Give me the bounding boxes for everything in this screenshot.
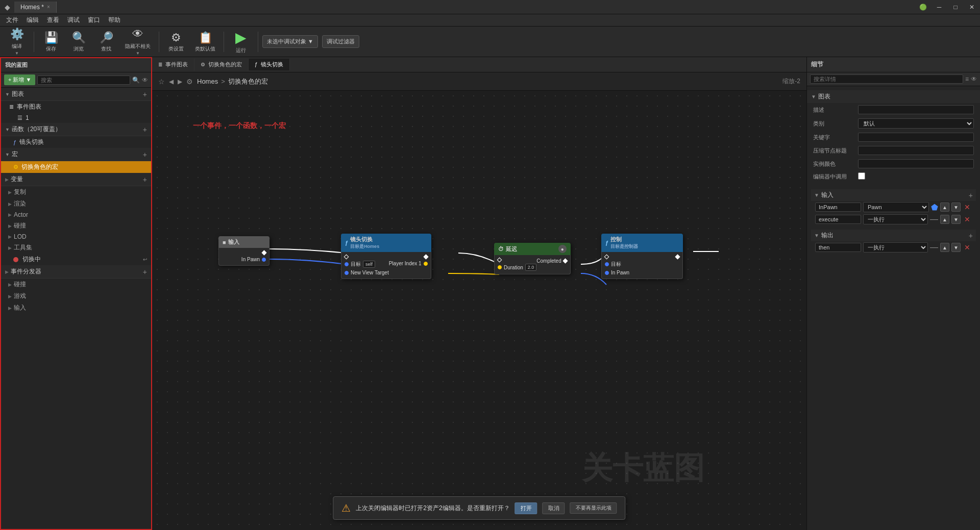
collision2-item[interactable]: ▶ 碰撞 [1, 279, 151, 290]
node-lens-cut[interactable]: ƒ 镜头切换 目标是Homes 目 [341, 234, 431, 279]
collision-item[interactable]: ▶ 碰撞 [1, 220, 151, 232]
switch-macro-item[interactable]: ⚙ 切换角色的宏 [1, 161, 151, 173]
detail-category-select[interactable]: 默认 [858, 118, 974, 129]
game-item[interactable]: ▶ 游戏 [1, 290, 151, 302]
menu-debug[interactable]: 调试 [63, 15, 84, 26]
detail-search-input[interactable] [810, 74, 963, 84]
io-input-up-1[interactable]: ▲ [940, 215, 949, 224]
io-output-name-0[interactable] [815, 243, 861, 252]
io-input-down-0[interactable]: ▼ [951, 203, 961, 212]
lens-cut-item[interactable]: ƒ 镜头切换 [1, 136, 151, 148]
tools-item[interactable]: ▶ 工具集 [1, 242, 151, 254]
tab-homes[interactable]: Homes * × [14, 2, 57, 13]
io-output-type-0[interactable]: 一执行 [863, 242, 928, 253]
class-defaults-btn[interactable]: 📋 类默认值 [191, 29, 219, 55]
section-event-dispatcher[interactable]: ▶ 事件分发器 + [1, 265, 151, 279]
window-max-btn[interactable]: □ [947, 0, 964, 14]
compile-btn[interactable]: ⚙️ 编译 ▼ [4, 26, 30, 58]
nav-forward-btn[interactable]: ▶ [178, 78, 182, 85]
menu-file[interactable]: 文件 [2, 15, 22, 26]
window-min-btn[interactable]: ─ [931, 0, 947, 14]
detail-compress-input[interactable] [858, 146, 974, 155]
toast-cancel-btn[interactable]: 取消 [543, 502, 565, 514]
class-settings-btn[interactable]: ⚙ 类设置 [163, 29, 189, 55]
nav-back-btn[interactable]: ◀ [169, 78, 174, 85]
func-icon: ƒ [13, 139, 16, 145]
io-input-del-0[interactable]: ✕ [963, 203, 972, 212]
connection-lines [152, 91, 806, 530]
section-graph-table[interactable]: ▼ 图表 + [1, 88, 151, 101]
run-btn[interactable]: ▶ 运行 [228, 27, 254, 56]
node-input[interactable]: ■ 输入 In Pawn [218, 236, 270, 266]
window-green-btn[interactable]: 🟢 [915, 0, 931, 14]
add-dispatcher-btn[interactable]: + [143, 268, 147, 276]
detail-keyword-input[interactable] [858, 133, 974, 142]
detail-editor-call-checkbox[interactable] [858, 172, 865, 180]
graph-canvas[interactable]: 一个事件，一个函数，一个宏 ■ [152, 91, 806, 530]
window-close-btn[interactable]: ✕ [964, 0, 980, 14]
io-input-down-1[interactable]: ▼ [951, 215, 961, 224]
save-btn[interactable]: 💾 保存 [38, 29, 64, 55]
toast-no-btn[interactable]: 不要再显示此项 [570, 502, 617, 514]
add-graph-btn[interactable]: + [143, 90, 147, 98]
eye-icon[interactable]: 👁 [142, 77, 148, 84]
breadcrumb-home[interactable]: Homes [197, 78, 218, 85]
browse-btn[interactable]: 🔍 浏览 [66, 29, 91, 55]
lod-item[interactable]: ▶ LOD [1, 232, 151, 242]
detail-list-view-icon[interactable]: ≡ [965, 75, 969, 83]
star-btn[interactable]: ☆ [158, 78, 165, 86]
io-outputs-add-btn[interactable]: + [969, 232, 973, 240]
io-input-type-0[interactable]: Pawn [863, 202, 929, 212]
event-graph-item[interactable]: ≣ 事件图表 [1, 101, 151, 113]
copy-item[interactable]: ▶ 复制 [1, 186, 151, 198]
section-macro[interactable]: ▼ 宏 + [1, 148, 151, 161]
io-output-del-0[interactable]: ✕ [963, 243, 972, 252]
debug-filter-btn[interactable]: 调试过滤器 [322, 35, 359, 48]
breadcrumb: ☆ ◀ ▶ ⚙ Homes > 切换角色的宏 缩放-2 [152, 72, 806, 91]
tab-event-graph[interactable]: ≣ 事件图表 [152, 59, 194, 70]
settings-gear-icon[interactable]: ⚙ [186, 78, 193, 86]
tab-close-btn[interactable]: × [47, 4, 50, 10]
find-btn[interactable]: 🔎 查找 [93, 29, 119, 55]
new-btn[interactable]: + 新增 ▼ [4, 74, 35, 85]
menu-window[interactable]: 窗口 [84, 15, 104, 26]
node-delay[interactable]: ⏱ 延迟 ● Duration 2.0 [494, 243, 571, 274]
node-control[interactable]: ƒ 控制 目标是控制器 目标 [601, 234, 683, 279]
search-icon[interactable]: 🔍 [132, 77, 140, 84]
add-variable-btn[interactable]: + [143, 175, 147, 184]
io-input-name-0[interactable] [815, 203, 861, 212]
actor-item[interactable]: ▶ Actor [1, 210, 151, 220]
menu-edit[interactable]: 编辑 [22, 15, 43, 26]
detail-instance-color-input[interactable] [858, 159, 974, 168]
toast-open-btn[interactable]: 打开 [515, 502, 537, 514]
debug-target-btn[interactable]: 未选中调试对象 ▼ [262, 35, 318, 48]
event-graph-sub-item[interactable]: ☰ 1 [1, 113, 151, 123]
hide-unrelated-btn[interactable]: 👁 隐藏不相关 ▼ [121, 26, 155, 58]
node-lens-subtitle: 目标是Homes [350, 243, 379, 250]
switch-mid-item[interactable]: 切换中 ↩ [1, 254, 151, 265]
io-input-name-1[interactable] [815, 215, 861, 224]
io-type-icon-0: ⬟ [931, 203, 938, 212]
io-input-type-1[interactable]: 一执行 [863, 214, 928, 224]
input-item[interactable]: ▶ 输入 [1, 302, 151, 314]
tab-lens-cut[interactable]: ƒ 镜头切换 [249, 59, 290, 70]
io-inputs-add-btn[interactable]: + [969, 191, 973, 199]
io-input-del-1[interactable]: ✕ [963, 215, 972, 224]
io-output-down-0[interactable]: ▼ [951, 243, 961, 252]
add-function-btn[interactable]: + [143, 125, 147, 134]
add-macro-btn[interactable]: + [143, 150, 147, 159]
menu-help[interactable]: 帮助 [104, 15, 125, 26]
section-variables[interactable]: ▶ 变量 + [1, 173, 151, 186]
detail-eye-icon[interactable]: 👁 [971, 75, 977, 83]
search-input[interactable] [37, 75, 130, 85]
tab-switch-macro[interactable]: ⚙ 切换角色的宏 [194, 59, 249, 70]
io-input-up-0[interactable]: ▲ [940, 203, 949, 212]
toast-warn-icon: ⚠ [341, 502, 351, 514]
menu-view[interactable]: 查看 [43, 15, 63, 26]
node-input-body: In Pawn [218, 248, 270, 266]
switch-macro-tab-icon: ⚙ [201, 62, 205, 67]
section-functions[interactable]: ▼ 函数（20可覆盖） + [1, 123, 151, 136]
io-output-up-0[interactable]: ▲ [940, 243, 949, 252]
render-item[interactable]: ▶ 渲染 [1, 198, 151, 210]
detail-desc-input[interactable] [858, 105, 974, 114]
